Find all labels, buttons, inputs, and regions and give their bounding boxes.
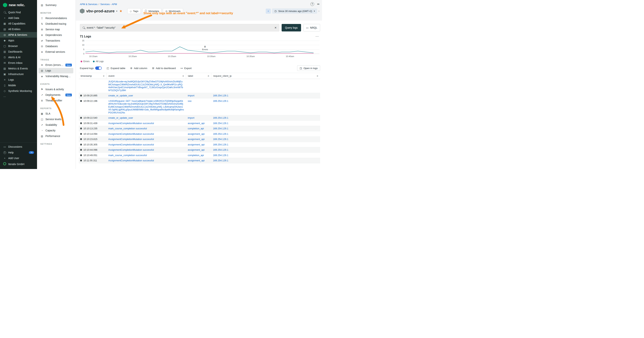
entity-switcher-caret-icon[interactable]: ▾ (116, 10, 118, 12)
log-table-row[interactable]: 10:09:20.895create_or_update_userimport1… (79, 93, 320, 98)
log-label-link[interactable]: assignment_api (188, 122, 204, 125)
log-label-link[interactable]: completion_api (188, 127, 204, 130)
log-event-link[interactable]: <ASGIRequest: GET '/sso/callback/?state=… (108, 100, 184, 114)
row-expand-handle[interactable] (80, 122, 82, 124)
open-in-logs-button[interactable]: ◳ Open in logs (297, 65, 320, 71)
log-ip-link[interactable]: 169.254.129.1 (213, 138, 228, 141)
subnav-item-deployments[interactable]: ↗DeploymentsNew (38, 92, 73, 98)
expand-logs-toggle[interactable] (95, 67, 102, 70)
sidebar-item-errors-inbox[interactable]: ✉Errors Inbox (0, 60, 37, 66)
copy-link-icon[interactable]: ∞ (317, 2, 320, 6)
sidebar-item-apps[interactable]: ◆Apps (0, 38, 37, 43)
log-label-link[interactable]: assignment_api (188, 159, 204, 162)
log-table-row[interactable]: 10:09:31.439AssignmentCompletionMutation… (79, 121, 320, 126)
subnav-item-logs[interactable]: ▤Logs (38, 68, 73, 73)
subnav-item-recommendations[interactable]: ↥Recommendations (38, 16, 73, 21)
subnav-item-summary[interactable]: ▤Summary (38, 3, 73, 8)
breadcrumb-apm-services[interactable]: APM & Services (80, 3, 98, 6)
log-label-link[interactable]: assignment_api (188, 143, 204, 146)
log-ip-link[interactable]: 169.254.129.1 (213, 159, 228, 162)
col-header-event[interactable]: event× (106, 73, 186, 79)
sidebar-item-metrics-events[interactable]: ▨Metrics & Events (0, 66, 37, 71)
log-label-link[interactable]: import (188, 116, 194, 119)
row-expand-handle[interactable] (80, 133, 82, 135)
log-label-link[interactable]: completion_api (188, 154, 204, 157)
log-event-link[interactable]: mark_course_completion successful (108, 154, 147, 157)
log-event-link[interactable]: AssignmentCompletionMutation successful (108, 122, 154, 125)
subnav-item-sla[interactable]: ▦SLA (38, 111, 73, 116)
query-logs-button[interactable]: Query logs (282, 24, 301, 32)
log-table-row[interactable]: 10:10:49.051mark_course_completion succe… (79, 153, 320, 158)
subnav-item-capacity[interactable]: ◔Capacity (38, 128, 73, 133)
log-table-row[interactable]: 10:10:23.815AssignmentCompletionMutation… (79, 137, 320, 142)
sidebar-item-add-user[interactable]: +Add User (0, 155, 37, 161)
favorite-star-icon[interactable]: ★ (119, 9, 122, 13)
remove-column-icon[interactable]: × (182, 74, 184, 78)
sidebar-item-browser[interactable]: ▢Browser (0, 43, 37, 49)
log-event-link[interactable]: JUQVU&code=eyJraWQiOiJjcGltY29yZV8wOTl1M… (108, 80, 183, 92)
sidebar-item-all-entities[interactable]: ▤All Entities (0, 26, 37, 32)
log-table-row[interactable]: 10:10:13.235mark_course_completion succe… (79, 126, 320, 131)
subnav-item-dependencies[interactable]: ⊕Dependencies (38, 32, 73, 38)
row-expand-handle[interactable] (80, 149, 82, 151)
sidebar-item-iterativ-gmbh[interactable]: Iterativ GmbH (0, 161, 37, 167)
sidebar-item-more[interactable]: ⋯ (0, 94, 37, 99)
chart-options-menu-icon[interactable]: ⋯ (316, 35, 319, 38)
remove-column-icon[interactable]: × (208, 74, 209, 78)
log-ip-link[interactable]: 169.254.129.1 (213, 154, 228, 157)
sidebar-item-apm-services[interactable]: ◎APM & Services (0, 32, 37, 38)
log-table-row[interactable]: 10:10:14.094AssignmentCompletionMutation… (79, 131, 320, 137)
expand-table-button[interactable]: ◰ Expand table (106, 67, 125, 70)
log-table-row[interactable]: 10:09:22.196<ASGIRequest: GET '/sso/call… (79, 98, 320, 116)
log-ip-link[interactable]: 169.254.129.1 (213, 127, 228, 130)
log-event-link[interactable]: AssignmentCompletionMutation successful (108, 159, 154, 162)
log-event-link[interactable]: AssignmentCompletionMutation successful (108, 133, 154, 135)
remove-column-icon[interactable]: × (103, 74, 104, 78)
log-ip-link[interactable]: 169.254.129.1 (213, 100, 228, 102)
row-expand-handle[interactable] (80, 144, 82, 145)
log-ip-link[interactable]: 169.254.129.1 (213, 122, 228, 125)
tags-button[interactable]: ◇ Tags (127, 8, 141, 14)
sidebar-item-add-data[interactable]: +Add Data (0, 15, 37, 21)
time-back-chevron-icon[interactable]: ‹ (266, 9, 271, 14)
row-expand-handle[interactable] (80, 160, 82, 161)
log-table-row[interactable]: 10:10:35.305AssignmentCompletionMutation… (79, 142, 320, 147)
log-search-box[interactable]: × (80, 24, 279, 32)
log-search-input[interactable] (87, 26, 272, 29)
log-label-link[interactable]: assignment_api (188, 148, 204, 151)
sidebar-item-infrastructure[interactable]: ▣Infrastructure (0, 71, 37, 77)
log-table-row[interactable]: 10:09:22.540create_or_update_userimport1… (79, 115, 320, 121)
export-button[interactable]: ↦ Export (181, 67, 192, 70)
log-event-link[interactable]: AssignmentCompletionMutation successful (108, 143, 154, 146)
log-label-link[interactable]: assignment_api (188, 133, 204, 135)
row-expand-handle[interactable] (80, 138, 82, 140)
log-label-link[interactable]: assignment_api (188, 138, 204, 141)
subnav-item-distributed-tracing[interactable]: ⇅Distributed tracing (38, 21, 73, 27)
logs-timeseries-chart[interactable]: 05101510:15am10:20am10:25am10:30am10:35a… (80, 41, 320, 59)
remove-column-icon[interactable]: × (316, 74, 318, 78)
subnav-item-service-map[interactable]: ⊞Service map (38, 27, 73, 32)
log-ip-link[interactable]: 169.254.129.1 (213, 116, 228, 119)
col-header-label[interactable]: label× (186, 73, 211, 79)
add-to-dashboard-button[interactable]: ⊞ Add to dashboard (152, 67, 176, 70)
col-header-timestamp[interactable]: timestamp× (79, 73, 106, 79)
log-table-row[interactable]: 10:11:00.311AssignmentCompletionMutation… (79, 158, 320, 163)
log-table-row[interactable]: 10:10:44.066AssignmentCompletionMutation… (79, 147, 320, 153)
subnav-item-databases[interactable]: ⊟Databases (38, 44, 73, 49)
row-expand-handle[interactable] (80, 128, 82, 129)
subnav-item-scalability[interactable]: ⇗Scalability (38, 122, 73, 128)
add-column-button[interactable]: ⊕ Add column (130, 67, 147, 70)
subnav-item-transactions[interactable]: ⇄Transactions (38, 38, 73, 44)
help-icon[interactable]: ? (310, 2, 314, 6)
row-expand-handle[interactable] (80, 95, 82, 96)
legend-item-errors[interactable]: Errors (80, 60, 90, 63)
sidebar-item-dashboards[interactable]: ▥Dashboards (0, 49, 37, 55)
subnav-item-issues-activity[interactable]: ⚑Issues & activity (38, 87, 73, 92)
subnav-item-service-levels[interactable]: ◫Service levels (38, 117, 73, 122)
subnav-item-performance[interactable]: ▧Performance (38, 133, 73, 139)
log-label-link[interactable]: import (188, 94, 194, 97)
col-header-request-client-ip[interactable]: request_client_ip× (211, 73, 320, 79)
log-event-link[interactable]: AssignmentCompletionMutation successful (108, 138, 154, 141)
breadcrumb-services-apm[interactable]: Services - APM (100, 3, 117, 6)
row-expand-handle[interactable] (80, 154, 82, 156)
